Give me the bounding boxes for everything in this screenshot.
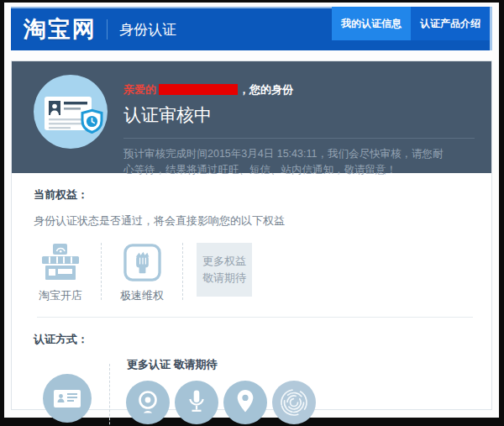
methods-divider [109, 364, 110, 426]
nav-my-certification-info[interactable]: 我的认证信息 [332, 7, 411, 40]
benefits-title: 当前权益： [34, 187, 470, 202]
webcam-icon [126, 381, 170, 424]
status-panel: 亲爱的，您的身份 认证审核中 预计审核完成时间2015年3月4日 15:43:1… [12, 61, 491, 173]
top-navigation-bar: 淘宝网 身份认证 我的认证信息 认证产品介绍 [11, 7, 492, 50]
benefits-divider-2 [182, 243, 183, 300]
shop-icon [34, 241, 87, 281]
redacted-username [159, 84, 238, 95]
review-message-line2: 心等待，结果将通过旺旺、短信、站内信通知，敬请留意！ [123, 162, 475, 178]
more-methods-title: 更多认证 敬请期待 [127, 357, 318, 372]
page-title: 身份认证 [119, 20, 176, 39]
microphone-icon [175, 381, 218, 424]
benefit-label: 淘宝开店 [34, 288, 87, 303]
greeting-suffix: ，您的身份 [239, 83, 293, 96]
fingerprint-icon [272, 381, 316, 424]
fist-icon [115, 241, 169, 281]
benefit-open-shop: 淘宝开店 [34, 241, 87, 303]
top-gap [11, 50, 492, 60]
more-benefits-line1: 更多权益 [197, 253, 252, 270]
method-video: 视频认证 [123, 381, 172, 426]
methods-title: 认证方式： [34, 332, 470, 347]
more-methods-group: 更多认证 敬请期待 视频认证 [123, 354, 318, 426]
more-benefits-box: 更多权益 敬请期待 [197, 243, 252, 297]
location-pin-icon [223, 381, 267, 424]
more-methods-items: 视频认证 声纹认证 [123, 381, 318, 426]
benefits-subtitle: 身份认证状态是否通过，将会直接影响您的以下权益 [34, 213, 470, 229]
top-nav: 我的认证信息 认证产品介绍 [332, 7, 490, 40]
benefit-fast-rights: 极速维权 [115, 241, 169, 303]
logo-divider [107, 19, 108, 39]
panel-divider [123, 138, 475, 139]
methods-section: 认证方式： 身份认证 更多认证 敬请期待 [12, 318, 491, 426]
method-onsite: 实地认证 [221, 381, 270, 426]
method-fingerprint: 指纹认证 [270, 381, 318, 426]
review-status-title: 认证审核中 [123, 103, 475, 127]
review-message-line1: 预计审核完成时间2015年3月4日 15:43:11，我们会尽快审核，请您耐 [123, 146, 475, 162]
method-voiceprint: 声纹认证 [172, 381, 221, 426]
greeting-line: 亲爱的，您的身份 [123, 82, 475, 97]
nav-certification-products[interactable]: 认证产品介绍 [411, 7, 490, 40]
methods-row: 身份认证 更多认证 敬请期待 视频认证 [34, 354, 470, 426]
screenshot-frame: 淘宝网 身份认证 我的认证信息 认证产品介绍 [0, 0, 504, 426]
id-card-icon [43, 374, 92, 423]
more-benefits-line2: 敬请期待 [197, 270, 252, 287]
taobao-logo[interactable]: 淘宝网 [24, 14, 97, 45]
benefit-label: 极速维权 [115, 288, 169, 303]
review-message: 预计审核完成时间2015年3月4日 15:43:11，我们会尽快审核，请您耐 心… [123, 146, 475, 178]
greeting-prefix: 亲爱的 [123, 83, 156, 96]
content-card: 亲爱的，您的身份 认证审核中 预计审核完成时间2015年3月4日 15:43:1… [11, 60, 492, 410]
id-card-review-icon [34, 75, 108, 152]
status-text-block: 亲爱的，您的身份 认证审核中 预计审核完成时间2015年3月4日 15:43:1… [123, 61, 491, 178]
benefits-divider-1 [101, 243, 102, 300]
benefits-row: 淘宝开店 [34, 241, 470, 303]
method-identity: 身份认证 [34, 354, 101, 426]
benefits-section: 当前权益： 身份认证状态是否通过，将会直接影响您的以下权益 [12, 173, 491, 317]
